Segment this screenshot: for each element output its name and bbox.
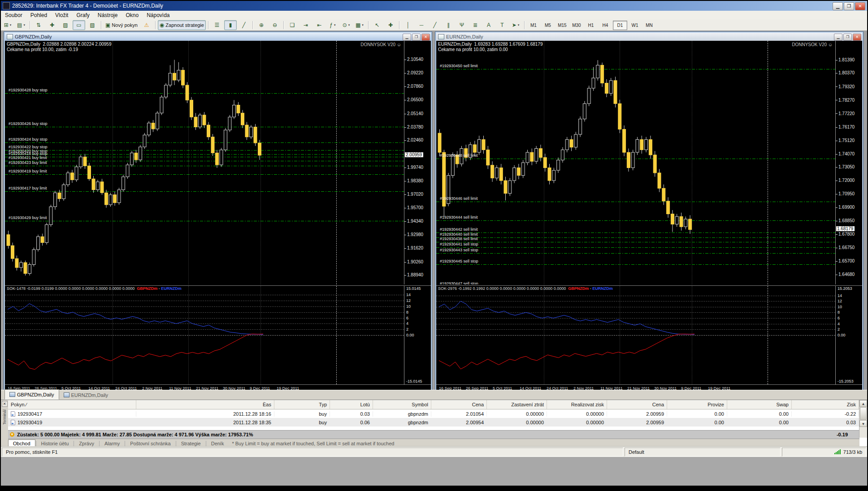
minimize-icon[interactable]: ▁ bbox=[834, 34, 842, 41]
trendline-button[interactable]: ╱ bbox=[429, 20, 441, 30]
indicator-axis[interactable]: 14121086420.0015.2053-15.2053 bbox=[835, 286, 862, 384]
text-label-button[interactable]: T bbox=[496, 20, 508, 30]
cursor-button[interactable]: ↖ bbox=[371, 20, 383, 30]
timeframe-h1-button[interactable]: H1 bbox=[584, 21, 598, 30]
candle bbox=[486, 150, 490, 165]
fibonacci-button[interactable]: ≣ bbox=[469, 20, 482, 30]
indicator-axis[interactable]: 14121086420.0015.0145-15.0145 bbox=[404, 286, 431, 384]
chart-tab-gbpnzdm-daily[interactable]: GBPNZDm,Daily bbox=[4, 389, 59, 400]
horizontal-line-button[interactable]: ─ bbox=[415, 20, 428, 30]
status-profile[interactable]: Default bbox=[625, 448, 781, 457]
column-header-swap[interactable]: Swap bbox=[727, 400, 792, 409]
column-header-pokyn-[interactable]: Pokyn ∕ bbox=[8, 400, 136, 409]
tile-windows-button[interactable]: ❏ bbox=[286, 20, 299, 30]
scroll-down-icon[interactable]: ▼ bbox=[859, 420, 867, 427]
periods-button[interactable]: ⊙▾ bbox=[340, 20, 352, 30]
timeframe-mn-button[interactable]: MN bbox=[642, 21, 656, 30]
column-header-lot-[interactable]: Lotù bbox=[330, 400, 373, 409]
menu-item-nástroje[interactable]: Nástroje bbox=[94, 11, 122, 19]
timeframe-w1-button[interactable]: W1 bbox=[628, 21, 642, 30]
chart-window-titlebar[interactable]: GBPNZDm,Daily ▁ ❐ ✕ bbox=[5, 33, 431, 41]
templates-button[interactable]: ▦▾ bbox=[353, 20, 366, 30]
crosshair-button[interactable]: ✚ bbox=[384, 20, 397, 30]
scroll-thumb[interactable] bbox=[860, 407, 867, 420]
chart-area[interactable]: #192930428 buy stop#192930426 buy stop#1… bbox=[5, 41, 431, 393]
menu-item-nápovìda[interactable]: Nápovìda bbox=[143, 11, 174, 19]
profiles-button[interactable]: ▤▾ bbox=[15, 20, 27, 30]
table-row[interactable]: 1929304192011.12.28 18:35buy0.06gbpnzdm2… bbox=[8, 418, 859, 426]
zoom-in-button[interactable]: ⊕ bbox=[255, 20, 268, 30]
scrollbar[interactable]: ▲ ▼ bbox=[859, 400, 867, 438]
chevron-down-icon: ▾ bbox=[23, 23, 25, 27]
indicators-button[interactable]: ƒ▾ bbox=[326, 20, 339, 30]
navigator-button[interactable]: ▨ bbox=[59, 20, 72, 30]
terminal-toggle-button[interactable]: ▭ bbox=[73, 20, 85, 30]
new-order-button[interactable]: ▣Nový pokyn bbox=[104, 20, 139, 30]
strategy-tester-button[interactable]: ▧ bbox=[86, 20, 99, 30]
table-row[interactable]: 1929304172011.12.28 18:16buy0.03gbpnzdm2… bbox=[8, 409, 859, 418]
close-icon[interactable]: ✕ bbox=[421, 34, 430, 41]
menu-item-grafy[interactable]: Grafy bbox=[72, 11, 93, 19]
alert-icon[interactable]: ⚠ bbox=[140, 20, 153, 30]
menu-item-pohled[interactable]: Pohled bbox=[26, 11, 51, 19]
auto-scroll-button[interactable]: ⇥ bbox=[299, 20, 312, 30]
vertical-line-button[interactable]: │ bbox=[402, 20, 414, 30]
candle bbox=[561, 150, 564, 160]
minimize-icon[interactable]: ▁ bbox=[833, 2, 843, 10]
column-header-symbol[interactable]: Symbol bbox=[373, 400, 431, 409]
timeframe-m15-button[interactable]: M15 bbox=[556, 21, 569, 30]
market-watch-button[interactable]: ⇅ bbox=[32, 20, 45, 30]
column-header-realizovat-zisk[interactable]: Realizovat zisk bbox=[547, 400, 607, 409]
candle bbox=[499, 168, 503, 181]
restore-icon[interactable]: ❐ bbox=[412, 34, 421, 41]
candlestick-chart-button[interactable]: ▮ bbox=[224, 20, 237, 30]
column-header-cena[interactable]: Cena bbox=[431, 400, 487, 409]
zoom-out-button[interactable]: ⊖ bbox=[269, 20, 281, 30]
column-header-provize[interactable]: Provize bbox=[667, 400, 727, 409]
column-header-typ[interactable]: Typ bbox=[274, 400, 330, 409]
andrews-pitchfork-button[interactable]: Ψ bbox=[456, 20, 468, 30]
column-header-zisk[interactable]: Zisk bbox=[792, 400, 859, 409]
timeframe-m5-button[interactable]: M5 bbox=[541, 21, 555, 30]
timeframe-h4-button[interactable]: H4 bbox=[599, 21, 612, 30]
timeframe-d1-button[interactable]: D1 bbox=[613, 21, 627, 30]
menu-item-okno[interactable]: Okno bbox=[122, 11, 143, 19]
close-icon[interactable]: ✕ bbox=[855, 2, 865, 10]
minimize-icon[interactable]: ▁ bbox=[403, 34, 411, 41]
pending-order-label: #192930424 buy stop bbox=[9, 137, 48, 142]
chart-tab-eurnzdm-daily[interactable]: EURNZDm,Daily bbox=[59, 390, 113, 400]
text-button[interactable]: A bbox=[482, 20, 495, 30]
line-chart-button[interactable]: ╱ bbox=[238, 20, 250, 30]
maximize-icon[interactable]: ❐ bbox=[844, 2, 854, 10]
timeframe-m1-button[interactable]: M1 bbox=[527, 21, 540, 30]
menu-item-soubor[interactable]: Soubor bbox=[1, 11, 26, 19]
restore-icon[interactable]: ❐ bbox=[843, 34, 852, 41]
equidistant-channel-button[interactable]: ∥ bbox=[442, 20, 455, 30]
window-title: 2852629: Interbank FX Trader 4 - Demoúèe… bbox=[12, 3, 163, 9]
chart-area[interactable]: #192930450 sell limit#192930448 sell lim… bbox=[436, 41, 862, 393]
arrows-button[interactable]: ➤▾ bbox=[509, 20, 522, 30]
chart-window-titlebar[interactable]: EURNZDm,Daily ▁ ❐ ✕ bbox=[436, 33, 862, 41]
scroll-up-icon[interactable]: ▲ bbox=[859, 400, 867, 407]
chart-shift-button[interactable]: ⇤ bbox=[313, 20, 326, 30]
candle bbox=[667, 201, 670, 214]
price-axis[interactable]: 2.105402.092202.078602.065002.051402.037… bbox=[404, 41, 431, 284]
chart-status-line: Cekame na profit 10.00, zatim -0.19 bbox=[7, 47, 78, 52]
new-chart-button[interactable]: ⊞▾ bbox=[1, 20, 14, 30]
bar-chart-button[interactable]: ☰ bbox=[211, 20, 223, 30]
column-header-cena[interactable]: Cena bbox=[607, 400, 667, 409]
data-window-button[interactable]: ✚ bbox=[46, 20, 58, 30]
close-icon[interactable]: ✕ bbox=[2, 401, 8, 407]
chevron-down-icon: ▾ bbox=[518, 23, 520, 27]
menu-item-vložit[interactable]: Vložit bbox=[51, 11, 72, 19]
expert-advisors-button[interactable]: ◉Zapnout strategie bbox=[158, 20, 206, 30]
indicator-blue-line bbox=[439, 301, 694, 335]
price-axis[interactable]: 1.813901.803701.793201.782701.772201.761… bbox=[835, 41, 862, 284]
axis-tick-label: 1.72000 bbox=[836, 178, 855, 183]
timeframe-m30-button[interactable]: M30 bbox=[570, 21, 583, 30]
table-cell: 0.00 bbox=[667, 411, 727, 417]
chart-tab-icon bbox=[9, 392, 15, 397]
close-icon[interactable]: ✕ bbox=[853, 34, 861, 41]
column-header-zastaven-ztr-t[interactable]: Zastavení ztrát bbox=[487, 400, 547, 409]
column-header--as[interactable]: Èas bbox=[136, 400, 274, 409]
